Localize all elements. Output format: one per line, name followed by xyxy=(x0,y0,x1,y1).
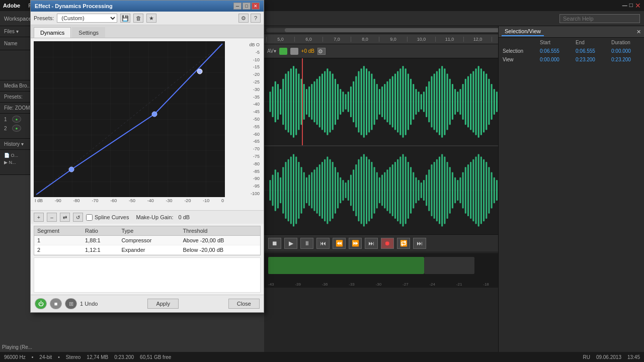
files-panel-label: Files ▾ xyxy=(4,29,19,34)
svg-rect-192 xyxy=(392,164,393,216)
svg-rect-183 xyxy=(368,159,370,222)
svg-rect-168 xyxy=(329,159,331,222)
y-label-4: -20 xyxy=(235,72,261,77)
svg-rect-201 xyxy=(415,177,417,203)
svg-rect-175 xyxy=(348,180,349,201)
forward-btn[interactable]: ⏩ xyxy=(349,238,362,249)
svg-rect-34 xyxy=(345,94,347,110)
svg-rect-213 xyxy=(447,162,448,219)
svg-rect-189 xyxy=(384,172,385,208)
svg-rect-42 xyxy=(366,68,367,135)
table-row[interactable]: 2 1,12:1 Expander Below -20,00 dB xyxy=(34,245,260,255)
overview-mark-8: -21 xyxy=(456,282,462,287)
track-settings[interactable]: ⚙ xyxy=(317,48,326,55)
y-label-3: -15 xyxy=(235,64,261,69)
stop-btn[interactable]: ⏹ xyxy=(268,238,281,249)
svg-rect-184 xyxy=(371,162,372,219)
window-close[interactable]: ✕ xyxy=(635,2,641,10)
tab-dynamics[interactable]: Dynamics xyxy=(34,27,71,38)
track-num-2: 2 xyxy=(4,126,10,131)
close-button[interactable]: Close xyxy=(228,299,260,309)
preset-save-btn[interactable]: 💾 xyxy=(120,14,130,23)
dialog-close-btn[interactable]: ✕ xyxy=(252,3,260,10)
svg-rect-64 xyxy=(423,92,425,112)
skip-btn[interactable]: ⏭ xyxy=(413,238,426,249)
overview-mark-2: -39 xyxy=(295,282,301,287)
loop-btn[interactable]: 🔁 xyxy=(397,238,410,249)
track-2-power[interactable]: ● xyxy=(12,125,21,132)
preset-star-btn[interactable]: ★ xyxy=(146,14,156,23)
media-browser: Media Bro... xyxy=(4,83,31,88)
preset-delete-btn[interactable]: 🗑 xyxy=(133,14,143,23)
y-label-13: -65 xyxy=(235,139,261,144)
rewind-btn[interactable]: ⏪ xyxy=(333,238,346,249)
preset-settings-btn[interactable]: ⚙ xyxy=(238,14,249,23)
add-point-btn[interactable]: + xyxy=(34,213,44,222)
power-btn[interactable]: ⏻ xyxy=(35,298,47,309)
svg-rect-205 xyxy=(426,175,427,206)
track-1-power[interactable]: ● xyxy=(12,116,21,123)
svg-rect-14 xyxy=(293,66,294,137)
dialog-title: Effect - Dynamics Processing xyxy=(35,3,113,9)
spline-curves-label[interactable]: Spline Curves xyxy=(86,214,129,221)
stop-btn[interactable]: ■ xyxy=(50,298,62,309)
forward-end-btn[interactable]: ⏭ xyxy=(365,238,378,249)
svg-rect-67 xyxy=(431,76,432,128)
window-minimize[interactable]: ─ xyxy=(622,2,627,10)
svg-rect-48 xyxy=(381,86,383,117)
svg-rect-1 xyxy=(34,41,225,197)
panel-close-btn[interactable]: ✕ xyxy=(636,29,641,35)
preset-help-btn[interactable]: ? xyxy=(251,14,261,23)
window-maximize[interactable]: □ xyxy=(629,2,633,10)
track-power[interactable] xyxy=(279,48,287,55)
svg-rect-172 xyxy=(340,177,341,203)
svg-rect-12 xyxy=(288,71,289,132)
flip-btn[interactable]: ⇄ xyxy=(60,213,70,222)
status-time: 13:45 xyxy=(627,354,640,360)
svg-rect-158 xyxy=(303,172,305,208)
sel-end: 0:06.555 xyxy=(573,47,607,55)
selection-view-tab[interactable]: Selection/View xyxy=(502,27,544,36)
track-mute[interactable] xyxy=(290,48,298,55)
table-row[interactable]: 1 1,88:1 Compressor Above -20,00 dB xyxy=(34,236,260,245)
remove-point-btn[interactable]: – xyxy=(47,213,57,222)
undo-label: 1 Undo xyxy=(80,301,98,307)
svg-rect-36 xyxy=(350,86,352,117)
row2-ratio: 1,12:1 xyxy=(82,245,118,255)
file-zoom: File: ZOOM... xyxy=(4,105,34,111)
col-duration: Duration xyxy=(608,39,643,46)
svg-rect-74 xyxy=(449,79,451,125)
waveform-full: 5,0 6,0 7,0 8,0 9,0 10,0 11,0 12,0 13,0 … xyxy=(264,26,644,352)
record-btn[interactable]: ⏺ xyxy=(381,238,394,249)
svg-rect-59 xyxy=(410,79,412,125)
status-bit-depth: 24-bit xyxy=(39,354,52,360)
pause-btn[interactable]: ⏸ xyxy=(300,238,313,249)
graph-canvas[interactable] xyxy=(34,41,225,197)
svg-rect-215 xyxy=(452,172,453,208)
svg-rect-33 xyxy=(342,92,344,112)
presets-select[interactable]: (Custom) xyxy=(57,14,117,23)
col-type: Type xyxy=(118,226,180,236)
tabs: Dynamics Settings xyxy=(31,25,264,38)
rewind-start-btn[interactable]: ⏮ xyxy=(316,238,330,249)
spline-curves-checkbox[interactable] xyxy=(86,214,93,221)
dialog-minimize-btn[interactable]: ─ xyxy=(233,3,242,10)
svg-rect-53 xyxy=(394,74,396,130)
settings2-btn[interactable]: ⊞ xyxy=(65,298,77,309)
x-label-4: -60 xyxy=(110,198,117,203)
svg-rect-65 xyxy=(426,86,427,117)
play-btn[interactable]: ▶ xyxy=(284,238,297,249)
tab-settings[interactable]: Settings xyxy=(72,27,105,38)
svg-rect-35 xyxy=(348,92,349,112)
svg-rect-167 xyxy=(327,157,328,224)
dialog-footer: ⏻ ■ ⊞ 1 Undo Apply Close xyxy=(31,295,264,312)
apply-button[interactable]: Apply xyxy=(147,299,179,309)
svg-rect-231 xyxy=(494,177,495,203)
search-input[interactable] xyxy=(559,14,640,23)
dialog-restore-btn[interactable]: □ xyxy=(243,3,251,10)
reset-btn[interactable]: ↺ xyxy=(73,213,83,222)
x-label-7: -30 xyxy=(166,198,173,203)
svg-rect-19 xyxy=(306,89,307,115)
svg-rect-82 xyxy=(470,74,471,130)
dialog-titlebar: Effect - Dynamics Processing ─ □ ✕ xyxy=(31,1,264,12)
